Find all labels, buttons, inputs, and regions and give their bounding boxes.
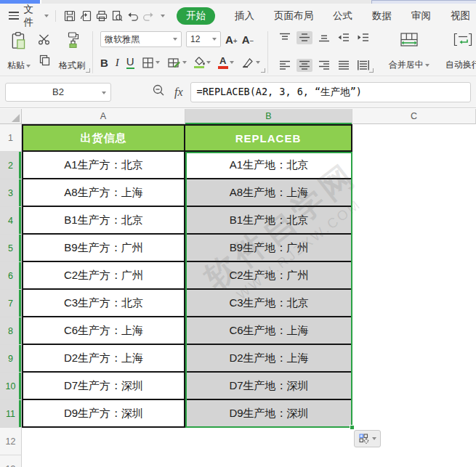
- cell-C5[interactable]: [352, 235, 476, 262]
- copy-button[interactable]: [39, 54, 51, 69]
- cell-style-button[interactable]: [167, 57, 187, 69]
- ribbon-tab-5[interactable]: 审阅: [411, 9, 431, 23]
- print-preview-icon[interactable]: [109, 8, 125, 24]
- fill-handle[interactable]: [350, 425, 355, 430]
- cell-A7[interactable]: C3生产方：北京: [22, 290, 185, 317]
- font-name-select[interactable]: 微软雅黑: [100, 31, 182, 47]
- cell-A3[interactable]: A8生产方：上海: [22, 179, 185, 207]
- align-bottom-button[interactable]: [316, 31, 332, 44]
- main-menu-icon[interactable]: [9, 12, 19, 20]
- cell-A4[interactable]: B1生产方：北京: [22, 207, 185, 235]
- column-header-C[interactable]: C: [352, 109, 476, 124]
- dialog-launcher-icon[interactable]: [261, 68, 265, 73]
- file-menu[interactable]: 文件: [23, 3, 41, 29]
- row-header-12[interactable]: 12: [0, 428, 22, 455]
- cell-B3[interactable]: A8生产地：上海: [185, 179, 352, 207]
- cell-A10[interactable]: D7生产方：深圳: [22, 373, 185, 400]
- cell-B7[interactable]: C3生产地：北京: [185, 290, 352, 317]
- italic-button[interactable]: I: [116, 57, 119, 68]
- cell-A5[interactable]: B9生产方：广州: [22, 235, 185, 262]
- font-size-select[interactable]: 12: [186, 31, 221, 47]
- cell-B9[interactable]: D2生产地：上海: [185, 345, 352, 373]
- redo-icon[interactable]: [140, 8, 156, 24]
- cell-B1[interactable]: REPLACEB: [185, 124, 352, 152]
- ribbon-tab-0[interactable]: 开始: [177, 7, 215, 25]
- fill-color-button[interactable]: [194, 57, 211, 69]
- cell-B13[interactable]: [185, 455, 352, 467]
- ribbon-tab-3[interactable]: 公式: [333, 9, 352, 23]
- dialog-launcher-icon[interactable]: [86, 68, 90, 73]
- row-header-1[interactable]: 1: [0, 124, 22, 152]
- cell-A8[interactable]: C6生产方：上海: [22, 317, 185, 345]
- cell-C1[interactable]: [352, 124, 476, 152]
- cell-B8[interactable]: C6生产地：上海: [185, 317, 352, 345]
- row-header-2[interactable]: 2: [0, 152, 22, 179]
- borders-button[interactable]: [142, 57, 160, 69]
- cut-button[interactable]: [38, 34, 52, 48]
- column-header-B[interactable]: B: [185, 109, 352, 124]
- zoom-minus-icon[interactable]: [152, 84, 166, 100]
- font-color-button[interactable]: A: [218, 56, 234, 69]
- cell-C4[interactable]: [352, 207, 476, 235]
- cell-A11[interactable]: D9生产方：深圳: [22, 400, 185, 428]
- cell-B6[interactable]: C2生产地：广州: [185, 262, 352, 290]
- align-middle-button[interactable]: [297, 31, 312, 44]
- eraser-button[interactable]: [241, 57, 260, 68]
- cell-C10[interactable]: [352, 373, 476, 400]
- cell-B4[interactable]: B1生产地：北京: [185, 207, 352, 235]
- cell-C11[interactable]: [352, 400, 476, 428]
- row-header-4[interactable]: 4: [0, 207, 22, 235]
- row-header-6[interactable]: 6: [0, 262, 22, 290]
- decrease-indent-button[interactable]: [336, 31, 352, 44]
- select-all-corner[interactable]: [0, 109, 22, 124]
- cell-C8[interactable]: [352, 317, 476, 345]
- row-header-10[interactable]: 10: [0, 373, 22, 400]
- cell-B2[interactable]: A1生产地：北京: [185, 152, 352, 179]
- ribbon-tab-1[interactable]: 插入: [235, 9, 254, 23]
- wrap-text-button[interactable]: 自动换行: [443, 31, 476, 73]
- align-center-button[interactable]: [297, 59, 312, 72]
- cell-A1[interactable]: 出货信息: [22, 124, 185, 152]
- print-icon[interactable]: [94, 8, 110, 24]
- fill-options-button[interactable]: [354, 430, 381, 447]
- cell-A6[interactable]: C2生产方：广州: [22, 262, 185, 290]
- save-icon[interactable]: [62, 8, 78, 24]
- decrease-font-button[interactable]: A−: [242, 34, 254, 45]
- ribbon-tab-6[interactable]: 视图: [451, 9, 470, 23]
- justify-button[interactable]: [336, 59, 352, 72]
- formula-input[interactable]: =REPLACEB(A2, 3, 6, “生产地”): [190, 82, 471, 102]
- align-right-button[interactable]: [316, 59, 332, 72]
- row-header-9[interactable]: 9: [0, 345, 22, 373]
- underline-button[interactable]: U: [126, 56, 134, 69]
- more-commands-icon[interactable]: [161, 15, 165, 17]
- increase-indent-button[interactable]: [355, 31, 371, 44]
- row-header-11[interactable]: 11: [0, 400, 22, 428]
- align-left-button[interactable]: [277, 59, 293, 72]
- merge-center-button[interactable]: 合并居中: [386, 31, 432, 73]
- cell-C2[interactable]: [352, 152, 476, 179]
- undo-icon[interactable]: [125, 8, 141, 24]
- row-header-3[interactable]: 3: [0, 179, 22, 207]
- row-header-8[interactable]: 8: [0, 317, 22, 345]
- output-icon[interactable]: [78, 8, 94, 24]
- ribbon-tab-4[interactable]: 数据: [372, 9, 392, 23]
- cell-B12[interactable]: [185, 428, 352, 455]
- name-box-chevron-icon[interactable]: [102, 92, 106, 94]
- cell-C6[interactable]: [352, 262, 476, 290]
- row-header-5[interactable]: 5: [0, 235, 22, 262]
- row-header-7[interactable]: 7: [0, 290, 22, 317]
- cell-C13[interactable]: [352, 455, 476, 467]
- increase-font-button[interactable]: A+: [225, 34, 238, 45]
- cell-C9[interactable]: [352, 345, 476, 373]
- file-menu-chevron-icon[interactable]: [44, 15, 49, 17]
- cell-C7[interactable]: [352, 290, 476, 317]
- cell-B11[interactable]: D9生产地：深圳: [185, 400, 352, 428]
- cell-A13[interactable]: [22, 455, 185, 467]
- bold-button[interactable]: B: [100, 57, 108, 68]
- cell-A2[interactable]: A1生产方：北京: [22, 152, 185, 179]
- cell-B5[interactable]: B9生产地：广州: [185, 235, 352, 262]
- row-header-13[interactable]: 13: [0, 455, 22, 467]
- paste-button[interactable]: 粘贴: [7, 31, 31, 72]
- align-top-button[interactable]: [277, 31, 293, 44]
- cell-A12[interactable]: [22, 428, 185, 455]
